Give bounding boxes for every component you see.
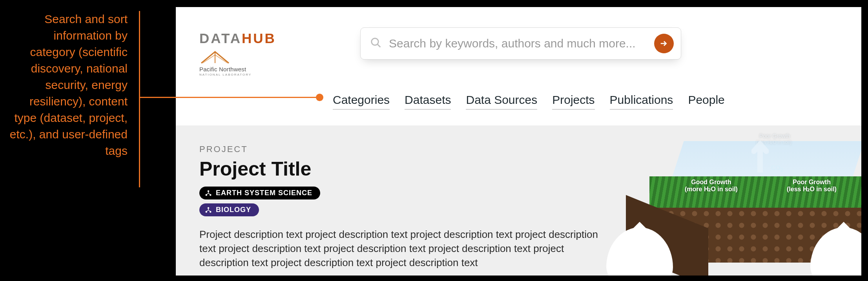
hierarchy-icon <box>205 190 212 197</box>
search-icon <box>370 37 382 50</box>
illus-balloon-left <box>606 227 673 276</box>
nav-tab-data-sources[interactable]: Data Sources <box>466 93 537 110</box>
content-area: PROJECT Project Title EARTH SYSTEM SCIEN… <box>176 125 861 276</box>
callout-text: Search and sort information by category … <box>8 11 128 159</box>
brand-word-part1: DATA <box>199 31 242 46</box>
project-title: Project Title <box>199 158 838 180</box>
header: DATAHUB Pacific Northwest NATIONAL LABOR… <box>176 7 861 125</box>
tag-label: EARTH SYSTEM SCIENCE <box>216 189 312 197</box>
illus-faint-label-1: Poor Growth <box>759 132 790 140</box>
project-description: Project description text project descrip… <box>199 227 607 270</box>
tag-list: EARTH SYSTEM SCIENCE BIOLOGY <box>199 187 838 216</box>
brand-subtitle: Pacific Northwest <box>199 66 290 73</box>
svg-line-2 <box>377 44 380 47</box>
brand-word-part2: HUB <box>242 31 276 46</box>
brand-logo: DATAHUB Pacific Northwest NATIONAL LABOR… <box>199 31 290 76</box>
nav-tab-categories[interactable]: Categories <box>333 93 390 110</box>
callout-guide-horizontal <box>139 97 319 98</box>
tag-biology[interactable]: BIOLOGY <box>199 203 259 216</box>
callout-guide-dot <box>316 94 323 101</box>
primary-nav: Categories Datasets Data Sources Project… <box>333 93 725 110</box>
brand-subtitle-small: NATIONAL LABORATORY <box>199 73 290 76</box>
svg-point-1 <box>372 38 379 45</box>
illus-balloon-right <box>810 227 861 276</box>
nav-tab-publications[interactable]: Publications <box>610 93 673 110</box>
nav-tab-people[interactable]: People <box>688 93 724 109</box>
app-window: DATAHUB Pacific Northwest NATIONAL LABOR… <box>176 7 861 276</box>
nav-tab-projects[interactable]: Projects <box>552 93 594 110</box>
search-input[interactable] <box>389 37 647 50</box>
brand-wordmark: DATAHUB <box>199 31 290 46</box>
callout-guide-vertical <box>139 11 140 187</box>
brand-mark-icon <box>199 49 228 65</box>
search-submit-button[interactable] <box>654 34 674 53</box>
search-bar <box>360 27 681 60</box>
content-eyebrow: PROJECT <box>199 144 838 154</box>
svg-point-4 <box>208 190 210 192</box>
hierarchy-icon <box>205 207 212 214</box>
svg-point-7 <box>208 207 210 209</box>
nav-tab-datasets[interactable]: Datasets <box>405 93 451 110</box>
tag-earth-system-science[interactable]: EARTH SYSTEM SCIENCE <box>199 187 320 199</box>
tag-label: BIOLOGY <box>216 206 251 214</box>
